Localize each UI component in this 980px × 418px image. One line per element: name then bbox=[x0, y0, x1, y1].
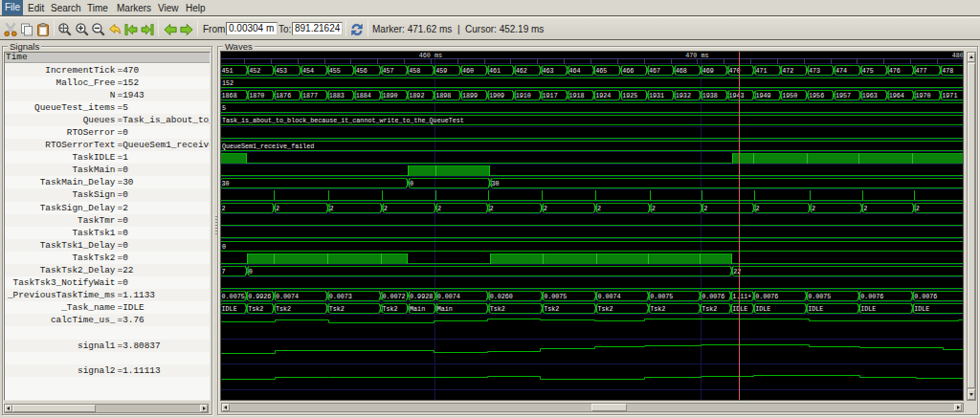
svg-text:Tsk2: Tsk2 bbox=[544, 305, 559, 313]
svg-text:2: 2 bbox=[812, 205, 815, 212]
svg-text:1.11+: 1.11+ bbox=[732, 293, 751, 300]
svg-text:1890: 1890 bbox=[383, 92, 398, 99]
svg-text:0: 0 bbox=[410, 180, 413, 187]
svg-text:1956: 1956 bbox=[809, 92, 824, 99]
svg-text:30: 30 bbox=[492, 180, 500, 187]
svg-text:2: 2 bbox=[222, 205, 226, 212]
svg-text:IDLE: IDLE bbox=[755, 305, 770, 313]
svg-text:0.0076: 0.0076 bbox=[702, 293, 724, 300]
svg-text:1892: 1892 bbox=[409, 92, 424, 99]
svg-text:IDLE: IDLE bbox=[914, 305, 929, 313]
svg-text:2: 2 bbox=[544, 205, 547, 212]
svg-text:Main: Main bbox=[410, 305, 425, 313]
svg-text:IDLE: IDLE bbox=[732, 305, 747, 313]
svg-text:0: 0 bbox=[222, 243, 226, 251]
svg-text:0.0075: 0.0075 bbox=[808, 293, 831, 300]
svg-text:0.0076: 0.0076 bbox=[755, 293, 778, 300]
svg-text:1970: 1970 bbox=[916, 92, 931, 99]
svg-text:Task_is_about_to_block_because: Task_is_about_to_block_because_it_cannot… bbox=[222, 117, 464, 124]
svg-text:458: 458 bbox=[409, 67, 420, 75]
svg-text:0.0074: 0.0074 bbox=[597, 293, 620, 300]
svg-text:465: 465 bbox=[595, 67, 607, 75]
svg-text:1950: 1950 bbox=[782, 92, 797, 99]
svg-text:1909: 1909 bbox=[489, 92, 504, 99]
svg-text:0.0074: 0.0074 bbox=[437, 293, 460, 300]
svg-text:2: 2 bbox=[916, 205, 920, 212]
svg-text:Tsk2: Tsk2 bbox=[490, 305, 505, 313]
svg-text:2: 2 bbox=[384, 205, 388, 212]
svg-text:2: 2 bbox=[276, 205, 279, 212]
svg-text:1963: 1963 bbox=[862, 92, 878, 99]
svg-text:453: 453 bbox=[276, 67, 287, 75]
svg-text:1938: 1938 bbox=[702, 92, 718, 99]
svg-text:473: 473 bbox=[809, 67, 820, 75]
svg-text:469: 469 bbox=[702, 67, 714, 75]
svg-text:152: 152 bbox=[222, 79, 234, 87]
svg-text:1964: 1964 bbox=[889, 92, 904, 99]
svg-text:457: 457 bbox=[383, 67, 394, 75]
svg-text:454: 454 bbox=[302, 67, 314, 75]
svg-text:1883: 1883 bbox=[329, 92, 345, 99]
svg-text:1943: 1943 bbox=[729, 92, 745, 99]
svg-text:466: 466 bbox=[622, 67, 634, 75]
svg-text:0.0072: 0.0072 bbox=[382, 293, 405, 300]
svg-text:Tsk2: Tsk2 bbox=[248, 305, 263, 313]
svg-text:Tsk2: Tsk2 bbox=[276, 305, 291, 313]
svg-text:477: 477 bbox=[916, 67, 927, 75]
svg-text:2: 2 bbox=[863, 205, 867, 212]
svg-text:Tsk2: Tsk2 bbox=[382, 305, 397, 313]
svg-text:QueueSem1_receive_failed: QueueSem1_receive_failed bbox=[222, 143, 314, 150]
svg-text:Main: Main bbox=[437, 305, 453, 313]
svg-text:IDLE: IDLE bbox=[860, 305, 876, 313]
svg-text:475: 475 bbox=[862, 67, 874, 75]
svg-text:0.0260: 0.0260 bbox=[490, 293, 513, 300]
svg-text:1931: 1931 bbox=[649, 92, 664, 99]
svg-text:480 ms: 480 ms bbox=[952, 52, 963, 59]
svg-text:478: 478 bbox=[942, 67, 953, 75]
svg-text:IDLE: IDLE bbox=[808, 305, 823, 313]
svg-text:22: 22 bbox=[733, 268, 741, 275]
svg-text:5: 5 bbox=[222, 104, 226, 112]
svg-text:1924: 1924 bbox=[595, 92, 611, 99]
svg-text:462: 462 bbox=[516, 67, 527, 75]
svg-text:459: 459 bbox=[435, 67, 447, 75]
svg-text:0.0073: 0.0073 bbox=[329, 293, 352, 300]
svg-text:1870: 1870 bbox=[249, 92, 264, 99]
svg-text:2: 2 bbox=[756, 205, 760, 212]
svg-text:456: 456 bbox=[356, 67, 368, 75]
svg-text:1932: 1932 bbox=[676, 92, 691, 99]
svg-text:Tsk2: Tsk2 bbox=[650, 305, 665, 313]
svg-text:0.0076: 0.0076 bbox=[914, 293, 937, 300]
svg-text:0.9928: 0.9928 bbox=[410, 293, 433, 300]
svg-text:468: 468 bbox=[676, 67, 687, 75]
svg-text:471: 471 bbox=[755, 67, 767, 75]
svg-text:1868: 1868 bbox=[222, 92, 237, 99]
svg-text:460 ms: 460 ms bbox=[419, 52, 442, 59]
svg-text:464: 464 bbox=[568, 67, 580, 75]
svg-text:2: 2 bbox=[490, 205, 494, 212]
svg-text:2: 2 bbox=[437, 205, 441, 212]
svg-text:460: 460 bbox=[462, 67, 474, 75]
svg-text:2: 2 bbox=[703, 205, 707, 212]
svg-text:1910: 1910 bbox=[516, 92, 531, 99]
svg-text:455: 455 bbox=[329, 67, 341, 75]
svg-text:474: 474 bbox=[835, 67, 847, 75]
svg-text:0.0075: 0.0075 bbox=[544, 293, 567, 300]
svg-text:1877: 1877 bbox=[302, 92, 318, 99]
svg-text:1899: 1899 bbox=[462, 92, 478, 99]
svg-text:470 ms: 470 ms bbox=[685, 52, 708, 59]
svg-text:1884: 1884 bbox=[356, 92, 371, 99]
svg-text:Tsk2: Tsk2 bbox=[597, 305, 612, 313]
svg-text:1898: 1898 bbox=[435, 92, 451, 99]
svg-text:30: 30 bbox=[222, 180, 230, 187]
svg-text:1957: 1957 bbox=[835, 92, 851, 99]
svg-text:1971: 1971 bbox=[942, 92, 957, 99]
svg-text:461: 461 bbox=[489, 67, 501, 75]
svg-text:0.9926: 0.9926 bbox=[248, 293, 271, 300]
svg-text:1876: 1876 bbox=[276, 92, 291, 99]
svg-text:0.0074: 0.0074 bbox=[276, 293, 299, 300]
svg-text:Tsk2: Tsk2 bbox=[702, 305, 717, 313]
svg-text:IDLE: IDLE bbox=[222, 305, 237, 313]
svg-text:451: 451 bbox=[222, 67, 234, 75]
svg-text:463: 463 bbox=[543, 67, 554, 75]
